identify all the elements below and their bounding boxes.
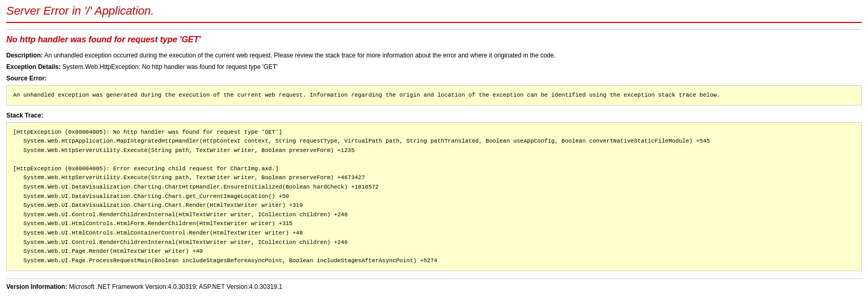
exception-details-section: Exception Details: System.Web.HttpExcept…: [6, 63, 862, 71]
stack-trace-box: [HttpException (0x80004005): No http han…: [6, 122, 862, 272]
version-info-text: Microsoft .NET Framework Version:4.0.303…: [67, 283, 283, 290]
description-text: An unhandled exception occurred during t…: [43, 52, 555, 59]
description-label: Description:: [6, 52, 43, 59]
exception-details-label: Exception Details:: [6, 63, 61, 71]
source-error-box: An unhandled exception was generated dur…: [6, 85, 862, 106]
description-section: Description: An unhandled exception occu…: [6, 52, 862, 59]
stack-trace-label: Stack Trace:: [6, 112, 862, 119]
version-info-label: Version Information:: [6, 283, 67, 290]
page-main-title: Server Error in '/' Application.: [6, 4, 862, 23]
page-sub-title: No http handler was found for request ty…: [6, 35, 862, 44]
source-error-label: Source Error:: [6, 75, 862, 82]
exception-details-text: System.Web.HttpException: No http handle…: [61, 63, 277, 71]
title-divider: [6, 29, 862, 30]
version-info-section: Version Information: Microsoft .NET Fram…: [6, 278, 862, 290]
